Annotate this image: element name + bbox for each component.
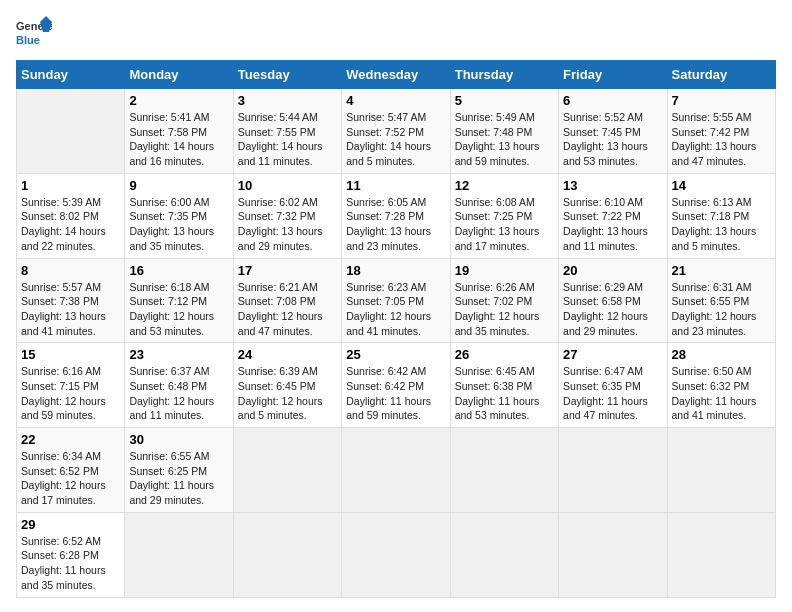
calendar-table: SundayMondayTuesdayWednesdayThursdayFrid… — [16, 60, 776, 598]
calendar-cell-0-5: 6Sunrise: 5:52 AM Sunset: 7:45 PM Daylig… — [559, 89, 667, 174]
day-info: Sunrise: 5:52 AM Sunset: 7:45 PM Dayligh… — [563, 110, 662, 169]
col-header-saturday: Saturday — [667, 61, 775, 89]
day-info: Sunrise: 6:50 AM Sunset: 6:32 PM Dayligh… — [672, 364, 771, 423]
day-info: Sunrise: 6:16 AM Sunset: 7:15 PM Dayligh… — [21, 364, 120, 423]
day-number: 28 — [672, 347, 771, 362]
col-header-friday: Friday — [559, 61, 667, 89]
day-number: 4 — [346, 93, 445, 108]
day-number: 30 — [129, 432, 228, 447]
calendar-cell-0-2: 3Sunrise: 5:44 AM Sunset: 7:55 PM Daylig… — [233, 89, 341, 174]
day-number: 5 — [455, 93, 554, 108]
day-number: 9 — [129, 178, 228, 193]
logo-icon: General Blue — [16, 16, 52, 52]
calendar-cell-5-0: 29Sunrise: 6:52 AM Sunset: 6:28 PM Dayli… — [17, 512, 125, 597]
logo: General Blue — [16, 16, 52, 52]
day-info: Sunrise: 6:00 AM Sunset: 7:35 PM Dayligh… — [129, 195, 228, 254]
day-number: 10 — [238, 178, 337, 193]
day-number: 22 — [21, 432, 120, 447]
calendar-week-3: 15Sunrise: 6:16 AM Sunset: 7:15 PM Dayli… — [17, 343, 776, 428]
day-number: 26 — [455, 347, 554, 362]
day-info: Sunrise: 6:29 AM Sunset: 6:58 PM Dayligh… — [563, 280, 662, 339]
calendar-week-5: 29Sunrise: 6:52 AM Sunset: 6:28 PM Dayli… — [17, 512, 776, 597]
col-header-monday: Monday — [125, 61, 233, 89]
calendar-cell-0-4: 5Sunrise: 5:49 AM Sunset: 7:48 PM Daylig… — [450, 89, 558, 174]
calendar-cell-2-1: 16Sunrise: 6:18 AM Sunset: 7:12 PM Dayli… — [125, 258, 233, 343]
calendar-cell-3-1: 23Sunrise: 6:37 AM Sunset: 6:48 PM Dayli… — [125, 343, 233, 428]
day-number: 3 — [238, 93, 337, 108]
calendar-cell-4-0: 22Sunrise: 6:34 AM Sunset: 6:52 PM Dayli… — [17, 428, 125, 513]
calendar-cell-1-1: 9Sunrise: 6:00 AM Sunset: 7:35 PM Daylig… — [125, 173, 233, 258]
day-number: 25 — [346, 347, 445, 362]
day-number: 15 — [21, 347, 120, 362]
calendar-cell-2-2: 17Sunrise: 6:21 AM Sunset: 7:08 PM Dayli… — [233, 258, 341, 343]
calendar-cell-3-4: 26Sunrise: 6:45 AM Sunset: 6:38 PM Dayli… — [450, 343, 558, 428]
day-number: 18 — [346, 263, 445, 278]
day-number: 11 — [346, 178, 445, 193]
calendar-cell-5-1 — [125, 512, 233, 597]
day-info: Sunrise: 6:02 AM Sunset: 7:32 PM Dayligh… — [238, 195, 337, 254]
calendar-cell-0-3: 4Sunrise: 5:47 AM Sunset: 7:52 PM Daylig… — [342, 89, 450, 174]
day-number: 2 — [129, 93, 228, 108]
calendar-cell-4-3 — [342, 428, 450, 513]
calendar-cell-0-6: 7Sunrise: 5:55 AM Sunset: 7:42 PM Daylig… — [667, 89, 775, 174]
calendar-cell-5-6 — [667, 512, 775, 597]
calendar-cell-3-3: 25Sunrise: 6:42 AM Sunset: 6:42 PM Dayli… — [342, 343, 450, 428]
day-info: Sunrise: 6:13 AM Sunset: 7:18 PM Dayligh… — [672, 195, 771, 254]
calendar-cell-3-6: 28Sunrise: 6:50 AM Sunset: 6:32 PM Dayli… — [667, 343, 775, 428]
day-info: Sunrise: 6:47 AM Sunset: 6:35 PM Dayligh… — [563, 364, 662, 423]
calendar-cell-2-4: 19Sunrise: 6:26 AM Sunset: 7:02 PM Dayli… — [450, 258, 558, 343]
logo-block: General Blue — [16, 16, 52, 52]
calendar-week-4: 22Sunrise: 6:34 AM Sunset: 6:52 PM Dayli… — [17, 428, 776, 513]
day-info: Sunrise: 5:41 AM Sunset: 7:58 PM Dayligh… — [129, 110, 228, 169]
day-info: Sunrise: 6:26 AM Sunset: 7:02 PM Dayligh… — [455, 280, 554, 339]
day-info: Sunrise: 6:42 AM Sunset: 6:42 PM Dayligh… — [346, 364, 445, 423]
calendar-cell-2-6: 21Sunrise: 6:31 AM Sunset: 6:55 PM Dayli… — [667, 258, 775, 343]
day-info: Sunrise: 6:23 AM Sunset: 7:05 PM Dayligh… — [346, 280, 445, 339]
day-number: 6 — [563, 93, 662, 108]
calendar-cell-5-3 — [342, 512, 450, 597]
day-info: Sunrise: 6:31 AM Sunset: 6:55 PM Dayligh… — [672, 280, 771, 339]
calendar-cell-4-5 — [559, 428, 667, 513]
calendar-cell-3-2: 24Sunrise: 6:39 AM Sunset: 6:45 PM Dayli… — [233, 343, 341, 428]
calendar-cell-2-5: 20Sunrise: 6:29 AM Sunset: 6:58 PM Dayli… — [559, 258, 667, 343]
calendar-cell-0-1: 2Sunrise: 5:41 AM Sunset: 7:58 PM Daylig… — [125, 89, 233, 174]
svg-text:Blue: Blue — [16, 34, 40, 46]
calendar-week-1: 1Sunrise: 5:39 AM Sunset: 8:02 PM Daylig… — [17, 173, 776, 258]
col-header-wednesday: Wednesday — [342, 61, 450, 89]
day-number: 1 — [21, 178, 120, 193]
day-number: 17 — [238, 263, 337, 278]
day-info: Sunrise: 5:44 AM Sunset: 7:55 PM Dayligh… — [238, 110, 337, 169]
day-info: Sunrise: 6:08 AM Sunset: 7:25 PM Dayligh… — [455, 195, 554, 254]
day-info: Sunrise: 5:39 AM Sunset: 8:02 PM Dayligh… — [21, 195, 120, 254]
day-info: Sunrise: 5:57 AM Sunset: 7:38 PM Dayligh… — [21, 280, 120, 339]
day-number: 8 — [21, 263, 120, 278]
day-info: Sunrise: 6:55 AM Sunset: 6:25 PM Dayligh… — [129, 449, 228, 508]
calendar-week-2: 8Sunrise: 5:57 AM Sunset: 7:38 PM Daylig… — [17, 258, 776, 343]
day-number: 21 — [672, 263, 771, 278]
day-info: Sunrise: 5:49 AM Sunset: 7:48 PM Dayligh… — [455, 110, 554, 169]
col-header-sunday: Sunday — [17, 61, 125, 89]
day-info: Sunrise: 6:37 AM Sunset: 6:48 PM Dayligh… — [129, 364, 228, 423]
page-header: General Blue — [16, 16, 776, 52]
day-info: Sunrise: 6:05 AM Sunset: 7:28 PM Dayligh… — [346, 195, 445, 254]
day-number: 14 — [672, 178, 771, 193]
calendar-cell-1-0: 1Sunrise: 5:39 AM Sunset: 8:02 PM Daylig… — [17, 173, 125, 258]
day-info: Sunrise: 6:21 AM Sunset: 7:08 PM Dayligh… — [238, 280, 337, 339]
calendar-cell-4-4 — [450, 428, 558, 513]
day-number: 23 — [129, 347, 228, 362]
day-info: Sunrise: 6:18 AM Sunset: 7:12 PM Dayligh… — [129, 280, 228, 339]
day-info: Sunrise: 5:55 AM Sunset: 7:42 PM Dayligh… — [672, 110, 771, 169]
day-number: 13 — [563, 178, 662, 193]
calendar-cell-1-2: 10Sunrise: 6:02 AM Sunset: 7:32 PM Dayli… — [233, 173, 341, 258]
day-info: Sunrise: 6:10 AM Sunset: 7:22 PM Dayligh… — [563, 195, 662, 254]
day-number: 29 — [21, 517, 120, 532]
calendar-cell-3-5: 27Sunrise: 6:47 AM Sunset: 6:35 PM Dayli… — [559, 343, 667, 428]
day-number: 19 — [455, 263, 554, 278]
calendar-cell-4-2 — [233, 428, 341, 513]
day-number: 16 — [129, 263, 228, 278]
calendar-cell-5-5 — [559, 512, 667, 597]
day-number: 20 — [563, 263, 662, 278]
calendar-cell-4-6 — [667, 428, 775, 513]
day-info: Sunrise: 6:52 AM Sunset: 6:28 PM Dayligh… — [21, 534, 120, 593]
col-header-tuesday: Tuesday — [233, 61, 341, 89]
